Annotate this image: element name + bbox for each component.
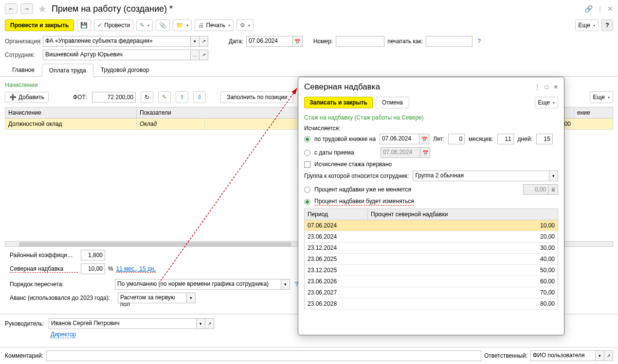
table-row[interactable]: 23.06.202660,00 <box>305 276 558 287</box>
employee-open-button[interactable]: ↗ <box>200 50 208 60</box>
table-row[interactable]: 23.06.202540,00 <box>305 254 558 265</box>
months-input[interactable] <box>497 134 514 144</box>
modal-kebab-icon[interactable]: ⋮ <box>534 84 540 90</box>
nav-back-button[interactable]: ← <box>5 3 18 14</box>
group-dropdown-button[interactable]: ▾ <box>549 171 558 181</box>
by-book-calendar-button[interactable]: 📅 <box>419 134 429 144</box>
days-input[interactable] <box>536 134 553 144</box>
help-link[interactable]: ? <box>475 38 483 45</box>
recalc-select[interactable]: По умолчанию (по норме времени графика с… <box>115 279 281 290</box>
director-link[interactable]: Директор <box>51 331 76 338</box>
folder-button[interactable]: 📁▾ <box>173 19 192 31</box>
responsible-input[interactable]: ФИО пользователя <box>530 350 596 361</box>
settings-button[interactable]: ⚙▾ <box>236 19 254 31</box>
save-button[interactable]: 💾 <box>77 19 91 31</box>
modal-save-close-button[interactable]: Записать и закрыть <box>304 97 373 108</box>
advance-select[interactable]: Расчетом за первую пол <box>118 293 187 303</box>
favorite-star-icon[interactable]: ★ <box>36 3 49 15</box>
number-input[interactable] <box>336 36 384 47</box>
table-row[interactable]: 23.12.202430,00 <box>305 243 558 254</box>
edit-row-button[interactable]: ✎ <box>158 91 171 103</box>
help-button[interactable]: ? <box>601 19 613 31</box>
radio-pct-changes[interactable] <box>304 199 310 205</box>
manager-dropdown-button[interactable]: ▾ <box>197 318 205 329</box>
by-book-date-input[interactable]: 07.06.2024 <box>380 134 419 144</box>
accruals-title-link[interactable]: Начисления <box>5 82 38 88</box>
print-as-input[interactable] <box>426 36 473 47</box>
cell-indicator: Оклад <box>137 119 205 130</box>
pct-fixed-input <box>523 184 548 195</box>
responsible-open-button[interactable]: ↗ <box>604 350 613 361</box>
north-value-input[interactable] <box>81 263 105 274</box>
days-label: дней: <box>518 136 532 142</box>
add-label: Добавить <box>18 94 44 101</box>
fill-by-position-button[interactable]: Заполнить по позиции <box>220 91 293 103</box>
manager-input[interactable]: Иванов Сергей Петрович <box>49 318 197 329</box>
add-button[interactable]: ➕Добавить <box>5 92 49 103</box>
modal-stage-link[interactable]: Стаж на надбавку (Стаж работы на Севере) <box>304 114 558 121</box>
modal-cancel-button[interactable]: Отмена <box>376 97 409 108</box>
dropdown-icon: ▾ <box>608 95 610 100</box>
tab-main[interactable]: Главное <box>5 63 42 76</box>
radio-from-hire[interactable] <box>304 150 310 156</box>
table-row[interactable]: 23.06.202770,00 <box>305 287 558 298</box>
col-accrual[interactable]: Начисление <box>5 107 137 119</box>
employee-ellipsis-button[interactable]: … <box>191 50 200 60</box>
radio-by-book[interactable] <box>304 136 310 142</box>
move-up-button[interactable]: ⇧ <box>176 91 188 103</box>
link-icon[interactable]: 🔗 <box>584 5 593 13</box>
years-input[interactable] <box>448 134 465 144</box>
cell-accrual: Должностной оклад <box>5 119 137 130</box>
tab-contract[interactable]: Трудовой договор <box>93 63 156 76</box>
table-row[interactable]: 23.06.202880,00 <box>305 298 558 310</box>
modal-maximize-icon[interactable]: □ <box>545 84 548 90</box>
cell-period: 23.06.2026 <box>305 276 368 287</box>
post-button[interactable]: ✓Провести <box>94 19 133 31</box>
org-input[interactable]: ФА «Управление субъекта федерации» <box>43 36 191 47</box>
tabs: Главное Оплата труда Трудовой договор <box>0 63 618 77</box>
col-extra[interactable]: ение <box>574 107 613 119</box>
close-icon[interactable]: ✕ <box>607 5 613 13</box>
cell-percent: 20,00 <box>368 231 558 243</box>
accruals-more-button[interactable]: Еще▾ <box>590 91 613 103</box>
edit-button[interactable]: ✎▾ <box>136 19 153 31</box>
table-row[interactable]: 23.12.202550,00 <box>305 265 558 276</box>
refresh-button[interactable]: ↻ <box>141 91 153 103</box>
group-select[interactable]: Группа 2 обычная <box>413 171 549 181</box>
calendar-button[interactable]: 📅 <box>293 36 303 47</box>
coef-input[interactable] <box>81 250 105 260</box>
nav-forward-button[interactable]: → <box>20 3 33 14</box>
employee-input[interactable]: Вишневский Артур Юрьевич <box>43 50 191 60</box>
pencil-icon: ✎ <box>140 22 145 29</box>
north-unit: % <box>108 265 113 272</box>
org-dropdown-button[interactable]: ▾ <box>191 36 200 47</box>
modal-more-button[interactable]: Еще▾ <box>535 97 558 108</box>
dropdown-icon: ▾ <box>147 23 149 28</box>
manager-open-button[interactable]: ↗ <box>205 318 214 329</box>
dropdown-icon: ▾ <box>593 23 595 28</box>
north-stage-link[interactable]: 11 мес., 15 дн. <box>116 265 156 273</box>
fot-input[interactable] <box>92 92 136 103</box>
post-label: Провести <box>104 22 130 29</box>
responsible-dropdown-button[interactable]: ▾ <box>596 350 604 361</box>
checkbox-interrupted[interactable] <box>304 161 310 168</box>
attach-button[interactable]: 📎 <box>156 19 170 31</box>
more-button[interactable]: Еще▾ <box>575 19 599 31</box>
print-button[interactable]: 🖨Печать▾ <box>195 19 233 31</box>
table-row[interactable]: 23.06.202420,00 <box>305 231 558 243</box>
org-open-button[interactable]: ↗ <box>200 36 208 47</box>
recalc-dropdown-button[interactable]: ▾ <box>281 279 290 290</box>
post-and-close-button[interactable]: Провести и закрыть <box>5 19 74 31</box>
kebab-menu-icon[interactable]: ⋮ <box>597 5 603 13</box>
table-row[interactable]: 07.06.202410,00 <box>305 220 558 231</box>
date-input[interactable]: 07.06.2024 <box>246 36 293 47</box>
modal-close-icon[interactable]: ✕ <box>553 84 558 90</box>
col-percent[interactable]: Процент северной надбавки <box>368 209 558 220</box>
radio-pct-fixed[interactable] <box>304 187 310 193</box>
tab-pay[interactable]: Оплата труда <box>42 64 93 77</box>
comment-input[interactable] <box>46 350 481 361</box>
col-period[interactable]: Период <box>305 209 368 220</box>
folder-icon: 📁 <box>176 22 183 29</box>
move-down-button[interactable]: ⇩ <box>193 91 206 103</box>
advance-dropdown-button[interactable]: ▾ <box>187 293 196 303</box>
